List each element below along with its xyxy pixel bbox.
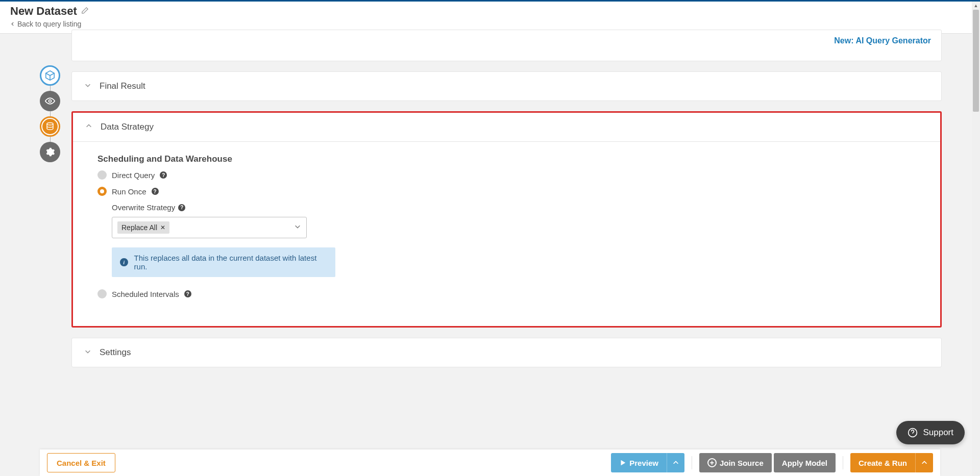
step-source-icon[interactable] [40, 65, 60, 86]
apply-model-button[interactable]: Apply Model [774, 453, 836, 472]
settings-header[interactable]: Settings [72, 338, 941, 367]
step-data-strategy-icon[interactable] [40, 116, 60, 137]
overwrite-strategy-tag: Replace All ✕ [117, 221, 169, 234]
scroll-thumb[interactable] [973, 10, 979, 112]
chevron-up-icon [85, 122, 92, 132]
scroll-up-icon[interactable]: ▲ [972, 2, 980, 10]
page-header: New Dataset Back to query listing [0, 2, 980, 34]
data-strategy-section: Data Strategy Scheduling and Data Wareho… [71, 111, 942, 328]
svg-point-2 [47, 123, 53, 126]
edit-title-icon[interactable] [81, 7, 89, 16]
svg-point-1 [49, 100, 52, 103]
overwrite-tag-remove-icon[interactable]: ✕ [160, 224, 165, 231]
apply-model-label: Apply Model [782, 459, 827, 467]
chevron-down-icon [84, 348, 91, 357]
overwrite-strategy-label: Overwrite Strategy [112, 203, 175, 212]
cancel-exit-button[interactable]: Cancel & Exit [47, 453, 115, 472]
scheduling-subtitle: Scheduling and Data Warehouse [97, 154, 916, 164]
overwrite-strategy-value: Replace All [121, 223, 157, 232]
back-link[interactable]: Back to query listing [10, 20, 970, 28]
direct-query-help-icon[interactable]: ? [160, 171, 167, 179]
scheduled-radio[interactable] [97, 289, 107, 298]
create-run-label: Create & Run [859, 459, 907, 467]
final-result-header[interactable]: Final Result [72, 72, 941, 101]
join-source-button[interactable]: + Join Source [699, 453, 772, 472]
step-settings-icon[interactable] [40, 142, 60, 162]
direct-query-row[interactable]: Direct Query ? [97, 170, 916, 180]
chevron-down-icon [294, 223, 301, 232]
run-once-row[interactable]: Run Once ? [97, 187, 916, 196]
run-once-radio[interactable] [97, 187, 107, 196]
preview-button[interactable]: Preview [611, 453, 667, 472]
final-result-title: Final Result [100, 81, 145, 91]
step-preview-icon[interactable] [40, 91, 60, 111]
data-strategy-title: Data Strategy [101, 122, 154, 132]
top-card: New: AI Query Generator [71, 30, 942, 61]
content: New: AI Query Generator Final Result Dat… [71, 30, 942, 367]
plus-icon: + [707, 458, 717, 467]
create-run-button[interactable]: Create & Run [850, 453, 915, 472]
join-source-label: Join Source [720, 459, 764, 467]
overwrite-help-icon[interactable]: ? [178, 204, 185, 211]
data-strategy-header[interactable]: Data Strategy [73, 113, 940, 141]
main-area: New: AI Query Generator Final Result Dat… [0, 30, 980, 449]
vertical-scrollbar[interactable]: ▲ [972, 2, 980, 476]
preview-dropdown-button[interactable] [667, 453, 684, 472]
overwrite-block: Overwrite Strategy ? Replace All ✕ [112, 203, 916, 238]
preview-label: Preview [629, 459, 658, 467]
overwrite-info-banner: i This replaces all data in the current … [112, 247, 335, 277]
scheduled-help-icon[interactable]: ? [184, 290, 191, 297]
settings-title: Settings [100, 347, 131, 358]
direct-query-radio[interactable] [97, 170, 107, 180]
support-button[interactable]: Support [896, 421, 965, 444]
final-result-section: Final Result [71, 71, 942, 101]
step-sidebar [40, 65, 60, 162]
ai-query-generator-link[interactable]: New: AI Query Generator [834, 36, 931, 45]
chevron-down-icon [84, 82, 91, 91]
run-once-help-icon[interactable]: ? [152, 188, 159, 195]
back-link-label: Back to query listing [17, 20, 81, 28]
create-run-dropdown-button[interactable] [915, 453, 933, 472]
info-icon: i [120, 258, 128, 266]
run-once-label: Run Once [112, 187, 146, 196]
overwrite-strategy-select[interactable]: Replace All ✕ [112, 217, 307, 238]
settings-section: Settings [71, 338, 942, 367]
support-label: Support [923, 428, 953, 438]
footer: Cancel & Exit Preview + Join Source Appl… [40, 449, 940, 476]
scheduled-intervals-row[interactable]: Scheduled Intervals ? [97, 289, 916, 298]
data-strategy-body: Scheduling and Data Warehouse Direct Que… [73, 141, 940, 326]
direct-query-label: Direct Query [112, 171, 155, 180]
page-title: New Dataset [10, 5, 77, 18]
overwrite-info-text: This replaces all data in the current da… [134, 254, 327, 271]
scheduled-label: Scheduled Intervals [112, 290, 179, 298]
